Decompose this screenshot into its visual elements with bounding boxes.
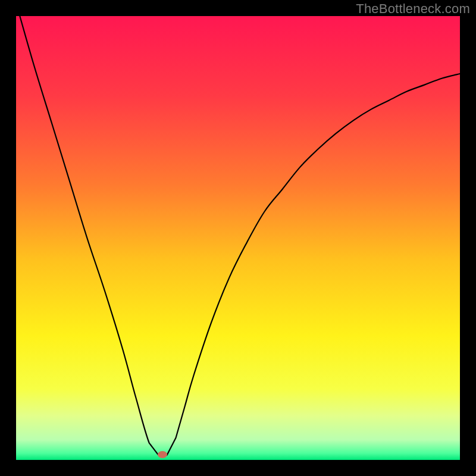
plot-area [16, 16, 460, 460]
bottleneck-curve [16, 16, 460, 460]
watermark-text: TheBottleneck.com [356, 1, 470, 17]
chart-frame: TheBottleneck.com [0, 0, 476, 476]
optimal-point-marker [158, 451, 167, 458]
